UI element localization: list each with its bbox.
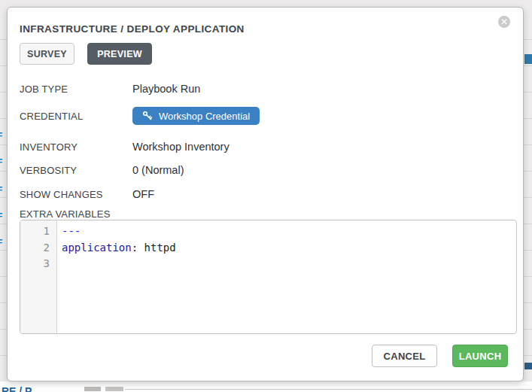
credential-badge[interactable]: Workshop Credential bbox=[132, 107, 260, 125]
tab-bar: SURVEY PREVIEW bbox=[20, 43, 152, 65]
background-blue-button-edge bbox=[524, 54, 532, 64]
field-value: Playbook Run bbox=[132, 83, 200, 95]
extra-variables-label: EXTRA VARIABLES bbox=[20, 208, 111, 220]
field-label: JOB TYPE bbox=[20, 84, 132, 95]
launch-button[interactable]: LAUNCH bbox=[452, 345, 508, 367]
yaml-key: application bbox=[62, 242, 132, 254]
divider bbox=[125, 389, 532, 390]
tab-preview[interactable]: PREVIEW bbox=[87, 43, 152, 65]
deploy-application-modal: INFRASTRUCTURE / DEPLOY APPLICATION ✕ SU… bbox=[7, 7, 524, 381]
field-row-credential: CREDENTIAL Workshop Credential bbox=[20, 107, 512, 125]
yaml-value: : httpd bbox=[132, 242, 176, 254]
extra-variables-editor[interactable]: 1 2 3 --- application: httpd bbox=[20, 220, 517, 334]
field-label: VERBOSITY bbox=[20, 165, 132, 176]
field-row-verbosity: VERBOSITY 0 (Normal) bbox=[20, 164, 512, 176]
background-partial-link: F bbox=[0, 185, 5, 196]
background-bottom-strip: RE / P bbox=[0, 381, 532, 392]
field-value: OFF bbox=[132, 188, 154, 200]
field-row-show-changes: SHOW CHANGES OFF bbox=[20, 188, 512, 200]
cancel-button[interactable]: CANCEL bbox=[372, 345, 437, 367]
tab-survey[interactable]: SURVEY bbox=[20, 43, 74, 65]
background-partial-link: F bbox=[0, 211, 5, 222]
background-partial-link: F bbox=[0, 157, 5, 168]
field-value: Workshop Inventory bbox=[132, 141, 230, 153]
editor-line-numbers: 1 2 3 bbox=[20, 220, 57, 333]
background-navy-edge bbox=[524, 363, 532, 369]
line-number: 1 bbox=[20, 223, 50, 240]
key-icon bbox=[142, 111, 153, 121]
line-number: 3 bbox=[20, 256, 50, 272]
modal-title: INFRASTRUCTURE / DEPLOY APPLICATION bbox=[20, 23, 245, 35]
background-partial-text bbox=[84, 387, 101, 391]
credential-badge-label: Workshop Credential bbox=[159, 111, 250, 122]
background-partial-text bbox=[105, 387, 123, 391]
modal-footer: CANCEL LAUNCH bbox=[372, 345, 508, 367]
field-label: INVENTORY bbox=[20, 141, 132, 153]
code-line bbox=[62, 256, 516, 272]
yaml-doc-start: --- bbox=[62, 225, 81, 237]
code-line: application: httpd bbox=[62, 240, 516, 257]
screen: F F F F F RE / P INFRASTRUCTURE / DEPLOY… bbox=[0, 0, 532, 392]
field-row-inventory: INVENTORY Workshop Inventory bbox=[20, 141, 512, 153]
close-icon[interactable]: ✕ bbox=[498, 16, 510, 28]
field-label: SHOW CHANGES bbox=[20, 189, 132, 200]
field-value: 0 (Normal) bbox=[132, 164, 184, 176]
code-line: --- bbox=[62, 223, 516, 240]
editor-code-area[interactable]: --- application: httpd bbox=[57, 220, 516, 333]
field-label: CREDENTIAL bbox=[20, 111, 132, 122]
field-row-job-type: JOB TYPE Playbook Run bbox=[20, 83, 512, 95]
line-number: 2 bbox=[20, 240, 50, 257]
background-partial-link: F bbox=[0, 131, 5, 141]
background-partial-title: RE / P bbox=[2, 385, 84, 392]
background-partial-link: F bbox=[0, 238, 5, 248]
